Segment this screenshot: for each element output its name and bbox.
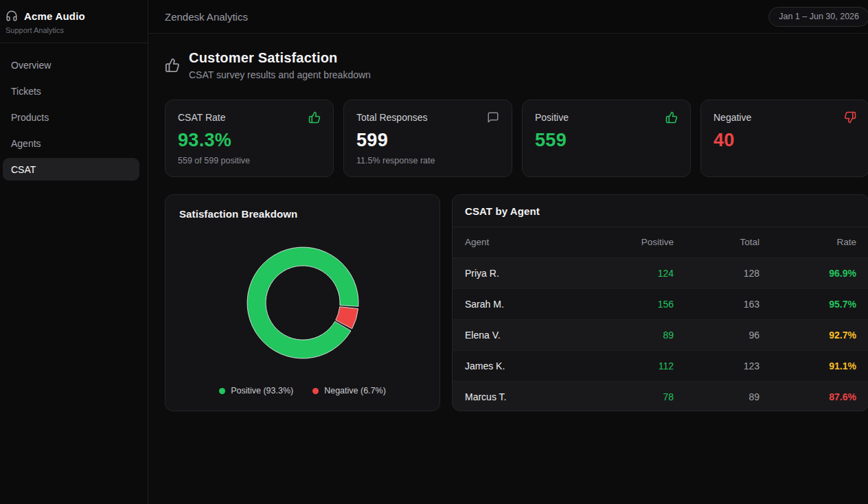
page-content: Customer Satisfaction CSAT survey result… <box>148 34 868 428</box>
column-header-rate: Rate <box>760 227 868 257</box>
sidebar: Acme Audio Support Analytics Overview Ti… <box>0 0 148 504</box>
donut-chart-svg <box>244 244 361 361</box>
headphones-icon <box>5 10 18 22</box>
main-area: Zendesk Analytics Jan 1 – Jun 30, 2026 C… <box>148 0 868 504</box>
positive-count: 89 <box>586 319 674 350</box>
stat-card-total-responses: Total Responses 599 11.5% response rate <box>343 100 512 177</box>
sidebar-nav: Overview Tickets Products Agents CSAT <box>0 43 148 181</box>
brand-subtitle: Support Analytics <box>5 26 142 34</box>
chart-title: Satisfaction Breakdown <box>179 208 426 220</box>
column-header-total: Total <box>674 227 760 257</box>
rate-value: 96.9% <box>760 257 868 288</box>
stats-row: CSAT Rate 93.3% 559 of 599 positive Tota… <box>165 100 868 177</box>
page-subtitle: CSAT survey results and agent breakdown <box>189 69 371 80</box>
thumbs-down-icon <box>844 111 856 124</box>
rate-value: 87.6% <box>760 381 868 411</box>
date-range-pill[interactable]: Jan 1 – Jun 30, 2026 <box>768 7 868 27</box>
table-row-james-k: James K. 112 123 91.1% <box>453 350 868 381</box>
stat-card-negative: Negative 40 <box>700 100 868 177</box>
table-row-sarah-m: Sarah M. 156 163 95.7% <box>453 288 868 319</box>
total-count: 96 <box>674 319 760 350</box>
thumbs-up-icon <box>665 111 678 124</box>
stat-label: Negative <box>713 112 751 123</box>
rate-value: 92.7% <box>760 319 868 350</box>
stat-value: 599 <box>356 130 499 151</box>
thumbs-up-icon <box>165 58 180 73</box>
stat-card-csat-rate: CSAT Rate 93.3% 559 of 599 positive <box>165 100 334 177</box>
agent-name: Sarah M. <box>453 288 586 319</box>
agent-name: Priya R. <box>453 257 586 288</box>
charts-row: Satisfaction Breakdown Positive (93.3%) <box>165 194 868 411</box>
table-title: CSAT by Agent <box>453 195 868 227</box>
csat-by-agent-card: CSAT by Agent Agent Positive Total Rate <box>452 194 868 411</box>
message-square-icon <box>487 111 499 124</box>
stat-label: Total Responses <box>356 112 428 123</box>
stat-label: Positive <box>535 112 569 123</box>
stat-value: 559 <box>535 130 678 151</box>
sidebar-item-agents[interactable]: Agents <box>3 132 139 154</box>
app-root: Acme Audio Support Analytics Overview Ti… <box>0 0 868 504</box>
legend-item-positive: Positive (93.3%) <box>219 386 293 396</box>
agent-name: Elena V. <box>453 319 586 350</box>
legend-dot <box>219 388 225 394</box>
donut-segment-positive <box>247 247 358 358</box>
stat-card-positive: Positive 559 <box>522 100 691 177</box>
chart-legend: Positive (93.3%) Negative (6.7%) <box>179 386 426 400</box>
positive-count: 78 <box>586 381 674 411</box>
rate-value: 91.1% <box>760 350 868 381</box>
positive-count: 156 <box>586 288 674 319</box>
donut-chart <box>179 220 426 386</box>
stat-subtext: 11.5% response rate <box>356 156 499 165</box>
sidebar-item-overview[interactable]: Overview <box>3 54 139 76</box>
sidebar-header: Acme Audio Support Analytics <box>0 0 148 43</box>
table-row-marcus-t: Marcus T. 78 89 87.6% <box>453 381 868 411</box>
sidebar-item-products[interactable]: Products <box>3 106 139 128</box>
topbar: Zendesk Analytics Jan 1 – Jun 30, 2026 <box>148 0 868 34</box>
table-row-priya-r: Priya R. 124 128 96.9% <box>453 257 868 288</box>
rate-value: 95.7% <box>760 288 868 319</box>
total-count: 89 <box>674 381 760 411</box>
agent-name: James K. <box>453 350 586 381</box>
csat-agent-table: Agent Positive Total Rate Priya R. <box>453 227 868 411</box>
total-count: 123 <box>674 350 760 381</box>
total-count: 128 <box>674 257 760 288</box>
stat-subtext: 559 of 599 positive <box>178 156 321 165</box>
page-title: Customer Satisfaction <box>189 50 371 66</box>
stat-value: 40 <box>713 130 856 151</box>
column-header-agent: Agent <box>453 227 586 257</box>
legend-item-negative: Negative (6.7%) <box>312 386 386 396</box>
positive-count: 112 <box>586 350 674 381</box>
positive-count: 124 <box>586 257 674 288</box>
sidebar-item-csat[interactable]: CSAT <box>3 158 139 181</box>
stat-value: 93.3% <box>178 130 321 151</box>
table-row-elena-v: Elena V. 89 96 92.7% <box>453 319 868 350</box>
brand-name: Acme Audio <box>24 10 85 22</box>
stat-label: CSAT Rate <box>178 112 226 123</box>
table-header-row: Agent Positive Total Rate <box>453 227 868 257</box>
legend-dot <box>312 388 319 394</box>
topbar-title: Zendesk Analytics <box>165 11 248 23</box>
satisfaction-breakdown-card: Satisfaction Breakdown Positive (93.3%) <box>165 194 440 411</box>
total-count: 163 <box>674 288 760 319</box>
page-header: Customer Satisfaction CSAT survey result… <box>165 50 868 80</box>
sidebar-item-tickets[interactable]: Tickets <box>3 80 139 102</box>
column-header-positive: Positive <box>586 227 674 257</box>
thumbs-up-icon <box>308 111 321 124</box>
agent-name: Marcus T. <box>453 381 586 411</box>
